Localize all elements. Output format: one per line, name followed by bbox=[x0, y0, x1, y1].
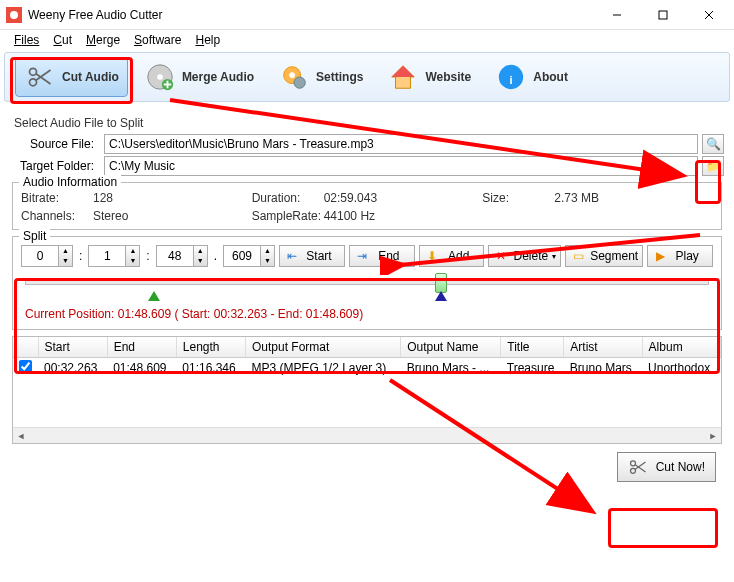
target-folder-input[interactable] bbox=[104, 156, 698, 176]
col-format[interactable]: Output Format bbox=[245, 337, 400, 358]
annotation-highlight bbox=[608, 508, 718, 548]
main-toolbar: Cut Audio Merge Audio Settings Website i… bbox=[4, 52, 730, 102]
target-folder-label: Target Folder: bbox=[10, 159, 100, 173]
second2-input[interactable] bbox=[157, 246, 193, 266]
cell-title: Treasure bbox=[501, 358, 564, 379]
col-check[interactable] bbox=[13, 337, 38, 358]
delete-x-icon: ✕ bbox=[493, 248, 509, 264]
duration-value: 02:59.043 bbox=[324, 191, 483, 205]
svg-point-15 bbox=[294, 77, 305, 88]
col-artist[interactable]: Artist bbox=[564, 337, 642, 358]
col-title[interactable]: Title bbox=[501, 337, 564, 358]
settings-label: Settings bbox=[316, 70, 363, 84]
split-group: Split ▲▼ : ▲▼ : ▲▼ . ▲▼ ⇤Start ⇥End ⬇Add… bbox=[12, 236, 722, 330]
minute-input[interactable] bbox=[22, 246, 58, 266]
menu-software[interactable]: Software bbox=[128, 31, 187, 49]
merge-audio-button[interactable]: Merge Audio bbox=[136, 57, 262, 97]
track-rail bbox=[25, 279, 709, 285]
menu-files[interactable]: Files bbox=[8, 31, 45, 49]
menu-cut[interactable]: Cut bbox=[47, 31, 78, 49]
col-end[interactable]: End bbox=[107, 337, 176, 358]
source-file-input[interactable] bbox=[104, 134, 698, 154]
select-file-section-label: Select Audio File to Split bbox=[14, 116, 724, 130]
bitrate-value: 128 bbox=[93, 191, 252, 205]
end-marker-icon: ⇥ bbox=[354, 248, 370, 264]
start-button[interactable]: ⇤Start bbox=[279, 245, 345, 267]
menu-help[interactable]: Help bbox=[189, 31, 226, 49]
minute-stepper[interactable]: ▲▼ bbox=[21, 245, 73, 267]
size-value: 2.73 MB bbox=[554, 191, 713, 223]
website-label: Website bbox=[425, 70, 471, 84]
play-icon: ▶ bbox=[652, 248, 668, 264]
duration-label: Duration: bbox=[252, 191, 324, 205]
second2-stepper[interactable]: ▲▼ bbox=[156, 245, 208, 267]
magnifier-icon: 🔍 bbox=[706, 137, 721, 151]
close-button[interactable] bbox=[686, 0, 732, 30]
about-label: About bbox=[533, 70, 568, 84]
folder-icon: 📁 bbox=[706, 159, 721, 173]
merge-audio-label: Merge Audio bbox=[182, 70, 254, 84]
col-length[interactable]: Length bbox=[176, 337, 245, 358]
second1-stepper[interactable]: ▲▼ bbox=[88, 245, 140, 267]
dropdown-icon: ▾ bbox=[552, 252, 556, 261]
svg-point-14 bbox=[289, 72, 295, 78]
size-label: Size: bbox=[482, 191, 554, 223]
segment-icon: ▭ bbox=[570, 248, 586, 264]
audio-info-group: Audio Information Bitrate:128 Channels:S… bbox=[12, 182, 722, 230]
window-title: Weeny Free Audio Cutter bbox=[28, 8, 594, 22]
source-file-label: Source File: bbox=[10, 137, 100, 151]
add-down-icon: ⬇ bbox=[424, 248, 440, 264]
app-icon bbox=[6, 7, 22, 23]
end-button[interactable]: ⇥End bbox=[349, 245, 415, 267]
browse-target-button[interactable]: 📁 bbox=[702, 156, 724, 176]
play-button[interactable]: ▶Play bbox=[647, 245, 713, 267]
cell-name: Bruno Mars - ... bbox=[401, 358, 501, 379]
second1-input[interactable] bbox=[89, 246, 125, 266]
settings-button[interactable]: Settings bbox=[270, 57, 371, 97]
col-start[interactable]: Start bbox=[38, 337, 107, 358]
col-album[interactable]: Album bbox=[642, 337, 720, 358]
row-checkbox[interactable] bbox=[19, 360, 32, 373]
cell-end: 01:48.609 bbox=[107, 358, 176, 379]
samplerate-label: SampleRate: bbox=[252, 209, 324, 223]
channels-value: Stereo bbox=[93, 209, 252, 223]
audio-info-title: Audio Information bbox=[19, 175, 121, 189]
add-button[interactable]: ⬇Add bbox=[419, 245, 485, 267]
timeline-track[interactable] bbox=[25, 275, 709, 305]
scroll-left-icon[interactable]: ◄ bbox=[13, 428, 29, 444]
down-arrow-icon[interactable]: ▼ bbox=[58, 256, 72, 266]
minimize-button[interactable] bbox=[594, 0, 640, 30]
info-icon: i bbox=[495, 61, 527, 93]
svg-point-9 bbox=[157, 74, 163, 80]
segments-table: Start End Length Output Format Output Na… bbox=[12, 336, 722, 444]
browse-source-button[interactable]: 🔍 bbox=[702, 134, 724, 154]
about-button[interactable]: i About bbox=[487, 57, 576, 97]
ms-stepper[interactable]: ▲▼ bbox=[223, 245, 275, 267]
table-row[interactable]: 00:32.263 01:48.609 01:16.346 MP3 (MPEG … bbox=[13, 358, 721, 379]
house-icon bbox=[387, 61, 419, 93]
segment-button[interactable]: ▭Segment bbox=[565, 245, 643, 267]
svg-text:i: i bbox=[510, 74, 513, 86]
track-thumb[interactable] bbox=[435, 273, 447, 293]
gear-icon bbox=[278, 61, 310, 93]
current-position-label: Current Position: 01:48.609 ( Start: 00:… bbox=[25, 307, 709, 321]
ms-input[interactable] bbox=[224, 246, 260, 266]
start-marker-icon: ⇤ bbox=[284, 248, 300, 264]
delete-button[interactable]: ✕Delete▾ bbox=[488, 245, 561, 267]
cut-audio-button[interactable]: Cut Audio bbox=[15, 57, 128, 97]
cut-now-button[interactable]: Cut Now! bbox=[617, 452, 716, 482]
cd-plus-icon bbox=[144, 61, 176, 93]
scissors-icon bbox=[628, 457, 648, 477]
cell-start: 00:32.263 bbox=[38, 358, 107, 379]
col-name[interactable]: Output Name bbox=[401, 337, 501, 358]
up-arrow-icon[interactable]: ▲ bbox=[58, 246, 72, 256]
menu-merge[interactable]: Merge bbox=[80, 31, 126, 49]
cell-length: 01:16.346 bbox=[176, 358, 245, 379]
bitrate-label: Bitrate: bbox=[21, 191, 93, 205]
horizontal-scrollbar[interactable]: ◄ ► bbox=[13, 427, 721, 443]
cell-format: MP3 (MPEG 1/2 Layer 3) bbox=[245, 358, 400, 379]
maximize-button[interactable] bbox=[640, 0, 686, 30]
scroll-right-icon[interactable]: ► bbox=[705, 428, 721, 444]
cell-album: Unorthodox bbox=[642, 358, 720, 379]
website-button[interactable]: Website bbox=[379, 57, 479, 97]
